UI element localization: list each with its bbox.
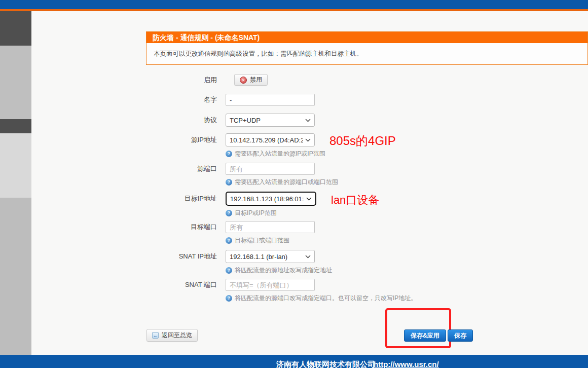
sidebar-menu-block-3[interactable] [0, 119, 31, 133]
help-icon: ? [226, 179, 232, 186]
dst-ip-hint: ? 目标IP或IP范围 [226, 209, 316, 217]
disable-toggle-button[interactable]: ✕ 禁用 [234, 74, 268, 86]
firewall-rule-panel: 防火墙 - 通信规则 - (未命名SNAT) 本页面可以更改通信规则的高级设置，… [146, 31, 588, 65]
sidebar-menu-block-5[interactable] [0, 198, 31, 355]
dst-port-input[interactable] [226, 221, 315, 233]
footer-website-link[interactable]: http://www.usr.cn/ [374, 360, 439, 368]
page-description: 本页面可以更改通信规则的高级设置，比如：需匹配的源主机和目标主机。 [146, 43, 587, 64]
name-label: 名字 [146, 94, 226, 106]
help-icon: ? [226, 295, 232, 302]
disable-button-label: 禁用 [250, 76, 262, 84]
src-ip-select-value: 10.142.175.209 (D4:AD:2 [230, 136, 303, 144]
dst-port-label: 目标端口 [146, 221, 226, 233]
save-label: 保存 [454, 332, 466, 340]
sidebar-menu-block-1[interactable] [0, 11, 31, 46]
row-src-ip: 源IP地址 10.142.175.209 (D4:AD:2 ? 需要匹配入站流量… [146, 133, 325, 158]
page-title: 防火墙 - 通信规则 - (未命名SNAT) [146, 32, 587, 43]
footer-company-name: 济南有人物联网技术有限公司 [276, 360, 375, 368]
row-dst-port: 目标端口 ? 目标端口或端口范围 [146, 221, 315, 245]
dst-ip-select-value: 192.168.1.123 (18:96:01: [230, 195, 304, 203]
enable-label: 启用 [146, 74, 226, 86]
snat-port-input[interactable] [226, 279, 315, 291]
help-icon: ? [226, 210, 232, 216]
src-port-hint: ? 需要匹配入站流量的源端口或端口范围 [226, 178, 338, 187]
snat-ip-select-value: 192.168.1.1 (br-lan) [230, 253, 287, 261]
dst-port-hint: ? 目标端口或端口范围 [226, 236, 315, 245]
annotation-highlight-rectangle [385, 308, 451, 348]
sidebar [0, 11, 31, 355]
src-port-input[interactable] [226, 163, 315, 175]
chevron-down-icon [305, 255, 311, 259]
snat-port-hint: ? 将匹配流量的源端口改写成指定端口。也可以留空，只改写IP地址。 [226, 294, 417, 303]
back-button-label: 返回至总览 [162, 331, 192, 340]
row-src-port: 源端口 ? 需要匹配入站流量的源端口或端口范围 [146, 163, 338, 187]
save-apply-button[interactable]: 保存&应用 [404, 329, 446, 342]
save-apply-label: 保存&应用 [411, 332, 439, 340]
dst-ip-label: 目标IP地址 [146, 192, 226, 206]
row-enable: 启用 [146, 74, 226, 86]
chevron-down-icon [305, 119, 311, 122]
annotation-lan-device: lan口设备 [331, 193, 379, 208]
back-to-overview-button[interactable]: ← 返回至总览 [146, 329, 198, 342]
src-port-label: 源端口 [146, 163, 226, 175]
protocol-select[interactable]: TCP+UDP [226, 114, 315, 127]
sidebar-menu-block-2[interactable] [0, 46, 31, 119]
back-arrow-icon: ← [152, 332, 159, 339]
top-header-bar [0, 0, 588, 9]
snat-ip-select[interactable]: 192.168.1.1 (br-lan) [226, 250, 315, 263]
save-button[interactable]: 保存 [448, 329, 473, 342]
snat-ip-label: SNAT IP地址 [146, 250, 226, 263]
snat-port-label: SNAT 端口 [146, 279, 226, 291]
dst-ip-select[interactable]: 192.168.1.123 (18:96:01: [226, 192, 316, 206]
src-ip-label: 源IP地址 [146, 133, 226, 146]
chevron-down-icon [305, 138, 311, 142]
help-icon: ? [226, 237, 232, 244]
help-icon: ? [226, 267, 232, 274]
snat-ip-hint: ? 将匹配流量的源地址改写成指定地址 [226, 266, 332, 275]
row-protocol: 协议 TCP+UDP [146, 114, 315, 127]
protocol-select-value: TCP+UDP [230, 117, 261, 124]
help-icon: ? [226, 151, 232, 157]
footer-bar: 济南有人物联网技术有限公司 http://www.usr.cn/ [0, 355, 588, 368]
header-accent-line [0, 9, 588, 11]
sidebar-menu-block-4[interactable] [0, 133, 31, 198]
row-snat-ip: SNAT IP地址 192.168.1.1 (br-lan) ? 将匹配流量的源… [146, 250, 332, 275]
protocol-label: 协议 [146, 114, 226, 126]
src-ip-select[interactable]: 10.142.175.209 (D4:AD:2 [226, 133, 315, 146]
row-name: 名字 [146, 94, 315, 106]
row-snat-port: SNAT 端口 ? 将匹配流量的源端口改写成指定端口。也可以留空，只改写IP地址… [146, 279, 417, 303]
src-ip-hint: ? 需要匹配入站流量的源IP或IP范围 [226, 150, 325, 158]
name-input[interactable] [226, 94, 315, 106]
chevron-down-icon [306, 197, 312, 201]
row-dst-ip: 目标IP地址 192.168.1.123 (18:96:01: ? 目标IP或I… [146, 192, 316, 217]
disabled-status-icon: ✕ [240, 77, 247, 84]
annotation-4g-ip: 805s的4GIP [329, 133, 396, 149]
